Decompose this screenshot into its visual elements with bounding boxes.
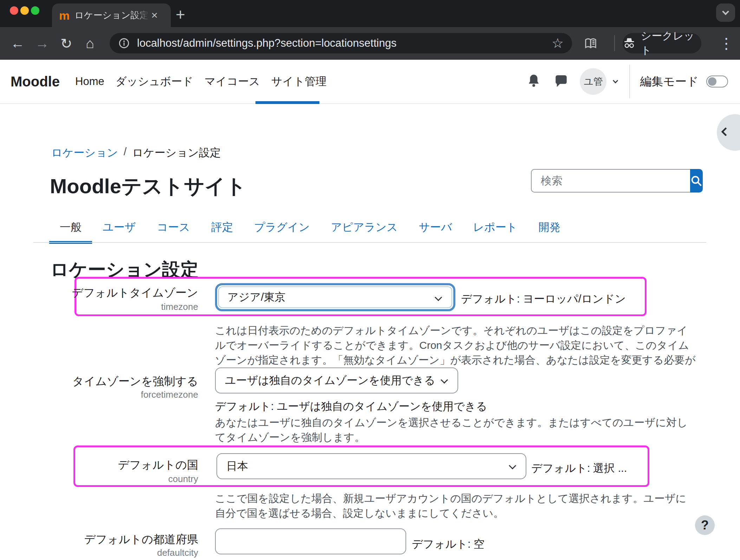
close-window-button[interactable] [10,6,18,15]
chevron-down-icon [722,8,729,15]
timezone-select-value: アジア/東京 [227,290,286,305]
incognito-icon [623,37,636,50]
tab-title: ロケーション設定 | ロケーション [74,9,149,21]
defaultcity-default: デフォルト: 空 [412,537,485,552]
settings-tabs: 一般 ユーザ コース 評定 プラグイン アピアランス サーバ レポート 開発 [49,216,571,244]
defaultcity-name: defaultcity [63,547,198,558]
defaultcity-input[interactable] [215,528,406,554]
primary-navigation: Home ダッシュボード マイコース サイト管理 [75,60,326,103]
forcetimezone-select-value: ユーザは独自のタイムゾーンを使用できる [225,373,435,388]
nav-item-dashboard[interactable]: ダッシュボード [116,74,193,89]
navbar-right: ユ管 編集モード [526,60,740,103]
navbar-divider [629,65,630,98]
browser-tab-strip: m ロケーション設定 | ロケーション × + [0,0,740,27]
back-button[interactable]: ← [11,27,25,60]
active-nav-underline [255,101,319,104]
tab-courses[interactable]: コース [146,216,200,244]
site-info-icon[interactable] [118,37,130,49]
forcetimezone-default: デフォルト: ユーザは独自のタイムゾーンを使用できる [215,399,487,414]
breadcrumb: ロケーション / ロケーション設定 [51,145,221,160]
messages-icon[interactable] [554,73,569,90]
tab-development[interactable]: 開発 [528,216,571,244]
moodle-navbar: Moodle Home ダッシュボード マイコース サイト管理 ユ管 編集モード [0,60,740,104]
new-tab-button[interactable]: + [176,5,185,24]
url-text: localhost/admin/settings.php?section=loc… [137,37,552,50]
browser-tab[interactable]: m ロケーション設定 | ロケーション × [52,4,171,27]
reading-list-icon[interactable] [584,27,597,60]
country-label: デフォルトの国 [63,457,198,473]
browser-toolbar: ← → ↻ ⌂ localhost/admin/settings.php?sec… [0,27,740,60]
nav-item-siteadmin[interactable]: サイト管理 [271,74,326,89]
bookmark-star-icon[interactable]: ☆ [552,35,564,51]
notifications-bell-icon[interactable] [526,73,541,90]
moodle-favicon-icon: m [59,9,70,21]
user-avatar[interactable]: ユ管 [580,68,606,95]
edit-mode-toggle[interactable] [706,76,728,87]
search-input[interactable] [531,169,690,193]
chevron-down-icon [509,462,516,469]
country-name: country [63,474,198,484]
defaultcity-label: デフォルトの都道府県 [63,532,198,547]
country-description: ここで国を設定した場合、新規ユーザアカウントの国のデフォルトとして選択されます。… [215,491,696,521]
browser-menu-button[interactable]: ⋮ [719,27,734,60]
forcetimezone-select[interactable]: ユーザは独自のタイムゾーンを使用できる [215,367,458,393]
moodle-brand[interactable]: Moodle [11,60,60,103]
minimize-window-button[interactable] [20,6,29,15]
chevron-down-icon [441,376,448,384]
forcetimezone-description: あなたはユーザに独自のタイムゾーンを選択させることができます。またはすべてのユー… [215,415,696,445]
admin-search [531,169,684,193]
tab-plugins[interactable]: プラグイン [244,216,320,244]
country-select[interactable]: 日本 [216,453,526,479]
user-menu-chevron-icon[interactable] [613,78,618,84]
incognito-badge: シークレット [623,33,701,53]
breadcrumb-separator: / [124,145,127,160]
country-select-value: 日本 [226,459,248,474]
tab-search-button[interactable] [716,4,735,22]
forward-button[interactable]: → [35,27,49,60]
breadcrumb-current: ロケーション設定 [132,145,221,160]
timezone-select[interactable]: アジア/東京 [215,283,455,311]
tab-grades[interactable]: 評定 [201,216,244,244]
nav-item-home[interactable]: Home [75,75,104,88]
tab-server[interactable]: サーバ [408,216,462,244]
tab-reports[interactable]: レポート [462,216,528,244]
help-button[interactable]: ? [695,515,715,535]
toolbar-divider [614,35,615,51]
breadcrumb-location-link[interactable]: ロケーション [51,145,118,160]
tab-users[interactable]: ユーザ [92,216,146,244]
country-default: デフォルト: 選択 ... [531,461,627,476]
home-button[interactable]: ⌂ [86,27,94,60]
timezone-label: デフォルトタイムゾーン [63,285,198,301]
toggle-knob [708,77,716,86]
fullscreen-window-button[interactable] [31,6,39,15]
forcetimezone-name: forcetimezone [63,389,198,400]
tabs-divider-line [33,242,706,243]
timezone-default: デフォルト: ヨーロッパ/ロンドン [461,292,626,306]
timezone-name: timezone [63,301,198,312]
page-title: Moodleテストサイト [50,173,246,200]
nav-item-mycourses[interactable]: マイコース [205,74,260,89]
reload-button[interactable]: ↻ [60,27,72,60]
chevron-down-icon [435,294,442,301]
tab-close-icon[interactable]: × [151,9,158,22]
incognito-label: シークレット [641,29,701,58]
search-button[interactable] [690,169,703,193]
address-bar[interactable]: localhost/admin/settings.php?section=loc… [110,33,572,53]
edit-mode-label: 編集モード [640,74,699,90]
forcetimezone-label: タイムゾーンを強制する [63,374,198,389]
tab-general[interactable]: 一般 [49,216,92,244]
tab-appearance[interactable]: アピアランス [320,216,408,244]
search-icon [690,175,703,187]
